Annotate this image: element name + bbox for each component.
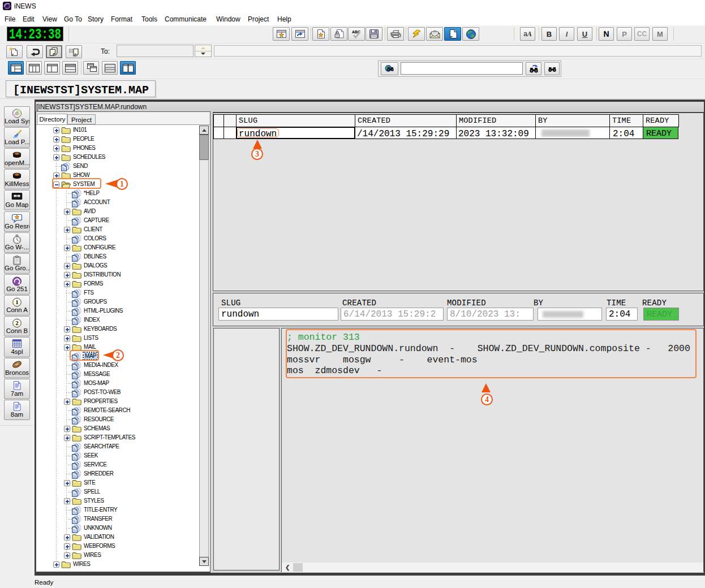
svg-text:1: 1 (15, 299, 19, 305)
svg-text:2: 2 (15, 319, 19, 326)
svg-text:14:23:38: 14:23:38 (9, 27, 61, 41)
